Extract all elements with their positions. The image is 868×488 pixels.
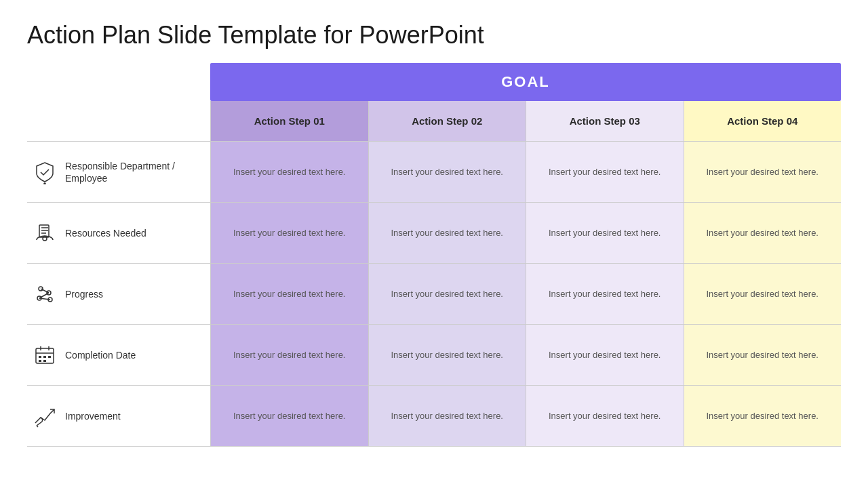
cell-2-2: Insert your desired text here. bbox=[368, 203, 526, 263]
cell-5-2: Insert your desired text here. bbox=[368, 386, 526, 446]
data-row-4: Insert your desired text here. Insert yo… bbox=[210, 325, 841, 386]
row-label-completion: Completion Date bbox=[27, 325, 210, 386]
data-row-2: Insert your desired text here. Insert yo… bbox=[210, 203, 841, 264]
col-header-1: Action Step 01 bbox=[210, 101, 368, 141]
data-row-3: Insert your desired text here. Insert yo… bbox=[210, 264, 841, 325]
cell-2-3: Insert your desired text here. bbox=[526, 203, 684, 263]
cell-4-3: Insert your desired text here. bbox=[526, 325, 684, 385]
svg-point-0 bbox=[44, 183, 45, 184]
row-label-progress: Progress bbox=[27, 264, 210, 325]
cell-1-4: Insert your desired text here. bbox=[684, 142, 842, 202]
cell-3-2: Insert your desired text here. bbox=[368, 264, 526, 324]
row-label-responsible: Responsible Department / Employee bbox=[27, 142, 210, 203]
cell-2-4: Insert your desired text here. bbox=[684, 203, 842, 263]
calendar-icon bbox=[30, 340, 60, 370]
cell-2-1: Insert your desired text here. bbox=[210, 203, 368, 263]
goal-row: GOAL bbox=[210, 63, 841, 101]
row-label-text-completion: Completion Date bbox=[65, 349, 136, 361]
main-table: GOAL Action Step 01 Action Step 02 Actio… bbox=[210, 63, 841, 447]
row-label-improvement: Improvement bbox=[27, 386, 210, 447]
header-spacer bbox=[27, 101, 210, 142]
table-wrapper: Responsible Department / Employee Resour… bbox=[27, 63, 841, 447]
row-label-text-progress: Progress bbox=[65, 288, 103, 300]
data-row-1: Insert your desired text here. Insert yo… bbox=[210, 142, 841, 203]
cell-1-3: Insert your desired text here. bbox=[526, 142, 684, 202]
svg-rect-17 bbox=[39, 356, 41, 358]
page-title: Action Plan Slide Template for PowerPoin… bbox=[27, 20, 841, 49]
cell-5-1: Insert your desired text here. bbox=[210, 386, 368, 446]
cell-5-4: Insert your desired text here. bbox=[684, 386, 842, 446]
svg-line-11 bbox=[39, 293, 49, 298]
col-header-3: Action Step 03 bbox=[526, 101, 684, 141]
col-header-2: Action Step 02 bbox=[368, 101, 526, 141]
row-label-text-responsible: Responsible Department / Employee bbox=[65, 160, 208, 184]
svg-rect-18 bbox=[43, 356, 46, 358]
row-label-text-improvement: Improvement bbox=[65, 410, 121, 422]
cell-3-4: Insert your desired text here. bbox=[684, 264, 842, 324]
svg-rect-20 bbox=[39, 360, 41, 362]
data-row-5: Insert your desired text here. Insert yo… bbox=[210, 386, 841, 447]
cell-1-1: Insert your desired text here. bbox=[210, 142, 368, 202]
cell-4-1: Insert your desired text here. bbox=[210, 325, 368, 385]
svg-line-22 bbox=[37, 426, 38, 427]
row-label-resources: Resources Needed bbox=[27, 203, 210, 264]
cell-1-2: Insert your desired text here. bbox=[368, 142, 526, 202]
goal-spacer bbox=[27, 63, 210, 101]
shield-icon bbox=[30, 157, 60, 187]
svg-rect-19 bbox=[48, 356, 51, 358]
page: Action Plan Slide Template for PowerPoin… bbox=[0, 0, 868, 488]
row-labels: Responsible Department / Employee Resour… bbox=[27, 63, 210, 447]
resources-icon bbox=[30, 218, 60, 248]
column-headers: Action Step 01 Action Step 02 Action Ste… bbox=[210, 101, 841, 142]
improvement-icon bbox=[30, 401, 60, 431]
row-label-text-resources: Resources Needed bbox=[65, 227, 146, 239]
col-header-4: Action Step 04 bbox=[684, 101, 842, 141]
cell-5-3: Insert your desired text here. bbox=[526, 386, 684, 446]
goal-label: GOAL bbox=[501, 73, 550, 91]
cell-3-1: Insert your desired text here. bbox=[210, 264, 368, 324]
svg-rect-21 bbox=[43, 360, 46, 362]
progress-icon bbox=[30, 279, 60, 309]
cell-4-2: Insert your desired text here. bbox=[368, 325, 526, 385]
cell-3-3: Insert your desired text here. bbox=[526, 264, 684, 324]
cell-4-4: Insert your desired text here. bbox=[684, 325, 842, 385]
